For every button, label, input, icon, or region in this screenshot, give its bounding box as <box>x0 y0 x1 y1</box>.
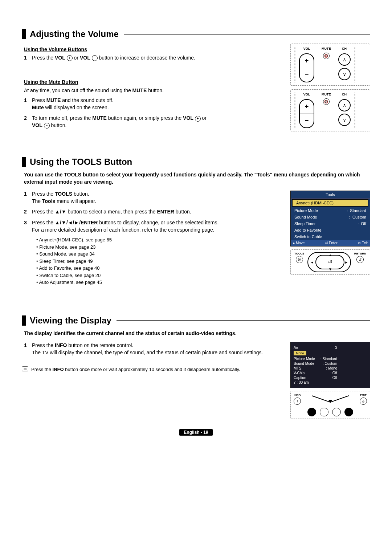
step-number: 1 <box>24 342 32 356</box>
osd-row-selected[interactable]: Anynet+(HDMI-CEC) <box>292 199 368 207</box>
color-button[interactable] <box>307 408 316 416</box>
info-remote-figure: INFO i EXIT ⎋ <box>290 391 370 419</box>
remote-figure-vol-2: VOL + − MUTE 🔇 CH ∧ ∨ <box>290 89 370 131</box>
vol-up-button[interactable]: + <box>300 100 314 114</box>
volume-subhead-1: Using the Volume Buttons <box>24 46 283 52</box>
info-note: ▭ Press the INFO button once more or wai… <box>22 366 283 373</box>
ch-down-button[interactable]: ∨ <box>338 114 351 126</box>
section-header-volume: Adjusting the Volume <box>22 29 370 39</box>
vol-down-button[interactable]: − <box>300 114 314 128</box>
mute-intro: At any time, you can cut off the sound u… <box>22 87 283 94</box>
step-number: 1 <box>24 54 32 62</box>
mute-icon[interactable]: 🔇 <box>323 53 330 59</box>
tools-bullets: • Anynet+(HDMI-CEC), see page 65 • Pictu… <box>32 236 283 286</box>
osd-row[interactable]: Switch to Cable <box>291 233 370 240</box>
section-header-display: Viewing the Display <box>22 315 370 326</box>
step-text: Press the ▲/▼/◄/►/ENTER buttons to displ… <box>32 219 283 286</box>
step-text: Press MUTE and the sound cuts off. Mute … <box>32 97 283 111</box>
section-header-tools: Using the TOOLS Button <box>22 157 370 167</box>
step-text: Press the INFO button on the remote cont… <box>32 342 283 356</box>
osd-row[interactable]: Sound Mode: Custom <box>291 214 370 220</box>
color-button[interactable] <box>332 408 341 416</box>
tools-osd: Tools Anynet+(HDMI-CEC) Picture Mode: St… <box>290 191 370 246</box>
osd-row[interactable]: Add to Favorite <box>291 227 370 233</box>
step-number: 3 <box>24 219 32 286</box>
display-title: Viewing the Display <box>30 315 111 326</box>
step-number: 2 <box>24 115 32 129</box>
v-divider-icon <box>310 395 350 404</box>
step-number: 2 <box>24 208 32 216</box>
step-text: To turn mute off, press the MUTE button … <box>32 115 283 129</box>
page-footer: English - 19 <box>22 430 370 435</box>
step-text: Press the ▲/▼ button to select a menu, t… <box>32 208 283 216</box>
info-osd: Air3 Mono Picture Mode: Standard Sound M… <box>290 342 370 388</box>
tools-intro: You can use the TOOLS button to select y… <box>24 171 368 186</box>
tools-title: Using the TOOLS Button <box>30 157 132 167</box>
color-button[interactable] <box>344 408 353 416</box>
osd-row[interactable]: Picture Mode: Standard <box>291 207 370 214</box>
exit-button[interactable]: ⎋ <box>360 398 367 405</box>
mute-subhead: Using the Mute Button <box>24 79 283 85</box>
info-button[interactable]: i <box>294 398 301 405</box>
remote-figure-vol-1: VOL + − MUTE 🔇 CH ∧ ∨ <box>290 44 370 86</box>
display-intro: The display identifies the current chann… <box>24 330 368 337</box>
step-text: Press the TOOLS button. The Tools menu w… <box>32 191 283 205</box>
note-icon: ▭ <box>22 366 28 371</box>
ch-down-button[interactable]: ∨ <box>338 68 351 80</box>
step-number: 1 <box>24 191 32 205</box>
mute-icon[interactable]: 🔇 <box>323 98 330 105</box>
plus-icon: + <box>195 116 201 122</box>
vol-up-button[interactable]: + <box>300 54 314 68</box>
ch-up-button[interactable]: ∧ <box>338 99 351 111</box>
minus-icon: − <box>92 55 98 61</box>
vol-down-button[interactable]: − <box>300 68 314 82</box>
step-number: 1 <box>24 97 32 111</box>
volume-title: Adjusting the Volume <box>30 29 119 39</box>
ch-up-button[interactable]: ∧ <box>338 53 351 66</box>
return-button[interactable]: ↺ <box>356 256 364 263</box>
dpad[interactable]: ◄ ⏎ ► ▲ ▼ <box>307 252 351 272</box>
plus-icon: + <box>67 55 73 61</box>
dpad-figure: TOOLS ⚒ ◄ ⏎ ► ▲ ▼ RETURN ↺ <box>290 249 370 275</box>
tools-button[interactable]: ⚒ <box>296 256 303 263</box>
osd-row[interactable]: Sleep Timer: Off <box>291 220 370 227</box>
color-button[interactable] <box>320 408 328 416</box>
step-text: Press the VOL + or VOL − button to incre… <box>32 54 283 62</box>
minus-icon: − <box>44 123 50 129</box>
